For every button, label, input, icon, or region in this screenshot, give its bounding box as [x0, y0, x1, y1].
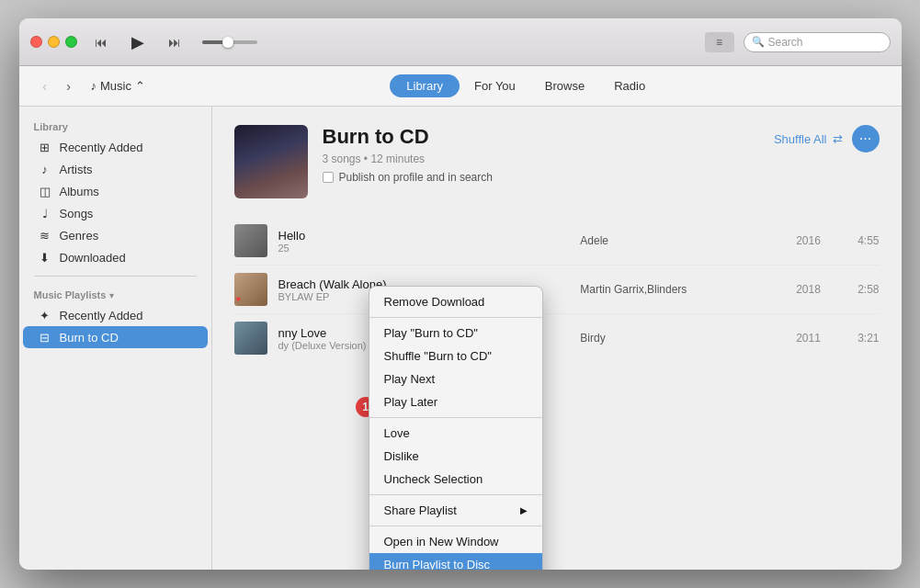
- list-view-button[interactable]: ≡: [705, 32, 734, 52]
- recently-added-pl-icon: ✦: [38, 308, 52, 322]
- album-actions: Shuffle All ⇄ ···: [774, 125, 880, 153]
- sidebar-item-downloaded[interactable]: ⬇ Downloaded: [23, 246, 208, 268]
- song-artist-3: Birdy: [580, 332, 774, 345]
- music-selector-label: Music: [100, 79, 131, 93]
- song-year-3: 2011: [786, 332, 832, 345]
- menu-item-uncheck-selection[interactable]: Uncheck Selection: [369, 468, 542, 491]
- song-art-1: [234, 224, 267, 257]
- menu-item-shuffle-burn[interactable]: Shuffle "Burn to CD": [369, 345, 542, 368]
- play-button[interactable]: ▶: [123, 28, 153, 57]
- song-year-1: 2016: [786, 234, 832, 247]
- menu-label-shuffle-burn: Shuffle "Burn to CD": [384, 349, 492, 363]
- content-area: Burn to CD 3 songs • 12 minutes Publish …: [212, 107, 902, 570]
- playlists-section-header[interactable]: Music Playlists ▾: [19, 284, 211, 304]
- sidebar-item-burn-to-cd[interactable]: ⊟ Burn to CD: [23, 326, 208, 348]
- menu-separator-2: [369, 417, 542, 418]
- nav-forward-button[interactable]: ›: [58, 75, 80, 97]
- minimize-button[interactable]: [48, 36, 60, 48]
- more-dots-icon: ···: [859, 130, 871, 147]
- search-icon: 🔍: [752, 36, 765, 48]
- context-menu: Remove Download Play "Burn to CD" Shuffl…: [369, 286, 543, 570]
- menu-label-share-playlist: Share Playlist: [384, 503, 457, 517]
- menu-label-play-later: Play Later: [384, 395, 438, 409]
- song-duration-3: 3:21: [843, 332, 880, 345]
- downloaded-icon: ⬇: [38, 250, 52, 265]
- rewind-button[interactable]: ⏮: [88, 33, 114, 51]
- table-row[interactable]: Breach (Walk Alone) BYLAW EP Martin Garr…: [234, 266, 880, 314]
- sidebar-item-recently-added[interactable]: ⊞ Recently Added: [23, 136, 208, 158]
- menu-item-play-later[interactable]: Play Later: [369, 390, 542, 413]
- song-art-2: [234, 273, 267, 306]
- search-bar[interactable]: 🔍 Search: [744, 32, 891, 52]
- sidebar-label-recently-added: Recently Added: [60, 141, 143, 154]
- genres-icon: ≋: [38, 228, 52, 243]
- menu-separator-1: [369, 317, 542, 318]
- tab-radio[interactable]: Radio: [599, 74, 660, 97]
- maximize-button[interactable]: [65, 36, 77, 48]
- song-info-1: Hello 25: [278, 229, 570, 254]
- publish-checkbox-box[interactable]: [323, 172, 334, 183]
- menu-item-burn-playlist[interactable]: Burn Playlist to Disc: [369, 553, 542, 570]
- playlists-arrow-icon: ▾: [109, 290, 114, 300]
- shuffle-all-button[interactable]: Shuffle All ⇄: [774, 132, 843, 146]
- table-row[interactable]: Hello 25 Adele 2016 4:55: [234, 217, 880, 266]
- shuffle-label: Shuffle All: [774, 132, 827, 146]
- sidebar-label-burn-to-cd: Burn to CD: [60, 331, 119, 345]
- tab-library[interactable]: Library: [390, 74, 460, 97]
- menu-label-uncheck-selection: Uncheck Selection: [384, 472, 483, 486]
- song-name-1: Hello: [278, 229, 570, 243]
- publish-label: Publish on profile and in search: [339, 171, 493, 184]
- tab-browse[interactable]: Browse: [530, 74, 599, 97]
- artists-icon: ♪: [38, 162, 52, 176]
- volume-control[interactable]: [202, 40, 257, 44]
- menu-item-remove-download[interactable]: Remove Download: [369, 290, 542, 313]
- nav-buttons: ‹ ›: [34, 75, 80, 97]
- menu-item-share-playlist[interactable]: Share Playlist ▶: [369, 499, 542, 522]
- menu-label-open-new-window: Open in New Window: [384, 535, 499, 548]
- sidebar-label-downloaded: Downloaded: [60, 251, 126, 265]
- menu-item-play-next[interactable]: Play Next: [369, 368, 542, 390]
- sidebar-item-songs[interactable]: ♩ Songs: [23, 202, 208, 224]
- fast-forward-button[interactable]: ⏭: [162, 33, 187, 51]
- table-row[interactable]: nny Love dy (Deluxe Version) Birdy 2011 …: [234, 314, 880, 362]
- nav-back-button[interactable]: ‹: [34, 75, 56, 97]
- submenu-arrow-icon: ▶: [520, 505, 528, 515]
- menu-item-dislike[interactable]: Dislike: [369, 445, 542, 468]
- music-selector[interactable]: ♪ Music ⌃: [91, 79, 145, 93]
- sidebar-item-genres[interactable]: ≋ Genres: [23, 224, 208, 246]
- main-content: Library ⊞ Recently Added ♪ Artists ◫ Alb…: [19, 107, 902, 570]
- volume-knob[interactable]: [222, 37, 233, 48]
- library-section-header: Library: [19, 116, 211, 136]
- search-placeholder: Search: [768, 36, 803, 49]
- sidebar-label-artists: Artists: [60, 163, 93, 176]
- publish-checkbox[interactable]: Publish on profile and in search: [323, 171, 759, 184]
- menu-item-love[interactable]: Love: [369, 422, 542, 445]
- albums-icon: ◫: [38, 184, 52, 198]
- menu-label-play-burn: Play "Burn to CD": [384, 326, 478, 340]
- selector-chevron-icon: ⌃: [135, 79, 145, 93]
- songs-table: Hello 25 Adele 2016 4:55 Breach (Walk Al…: [234, 217, 880, 362]
- playlists-label: Music Playlists: [34, 289, 107, 300]
- menu-item-open-new-window[interactable]: Open in New Window: [369, 530, 542, 553]
- menu-label-play-next: Play Next: [384, 372, 436, 386]
- sidebar-label-recently-added-pl: Recently Added: [60, 309, 143, 322]
- album-info: Burn to CD 3 songs • 12 minutes Publish …: [323, 125, 759, 184]
- close-button[interactable]: [30, 36, 42, 48]
- app-window: ⏮ ▶ ⏭ ≡ 🔍 Search ‹ ›: [19, 18, 902, 570]
- sidebar-item-recently-added-playlist[interactable]: ✦ Recently Added: [23, 304, 208, 326]
- shuffle-icon: ⇄: [833, 132, 843, 146]
- song-year-2: 2018: [786, 283, 832, 296]
- song-duration-1: 4:55: [843, 234, 880, 247]
- volume-bar[interactable]: [202, 40, 257, 44]
- sidebar-item-artists[interactable]: ♪ Artists: [23, 158, 208, 180]
- sidebar: Library ⊞ Recently Added ♪ Artists ◫ Alb…: [19, 107, 212, 570]
- menu-label-dislike: Dislike: [384, 449, 419, 463]
- tab-for-you[interactable]: For You: [460, 74, 530, 97]
- titlebar-right: ≡ 🔍 Search: [705, 32, 891, 52]
- more-options-button[interactable]: ···: [852, 125, 880, 153]
- toolbar-tabs: Library For You Browse Radio: [164, 74, 887, 97]
- sidebar-item-albums[interactable]: ◫ Albums: [23, 180, 208, 202]
- menu-label-remove-download: Remove Download: [384, 295, 485, 309]
- song-duration-2: 2:58: [843, 283, 880, 296]
- menu-item-play-burn[interactable]: Play "Burn to CD": [369, 322, 542, 345]
